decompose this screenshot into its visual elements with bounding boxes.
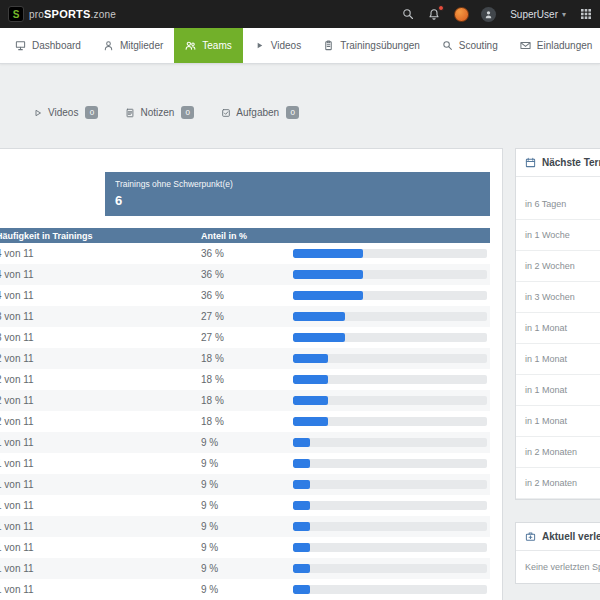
bar-track — [293, 543, 487, 552]
table-row: 4 von 1136 % — [0, 285, 490, 306]
table-row: 1 von 119 % — [0, 453, 490, 474]
bar-track — [293, 459, 487, 468]
calendar-icon — [525, 157, 536, 168]
notes-icon — [125, 108, 135, 118]
table-row: 3 von 1127 % — [0, 327, 490, 348]
apps-grid-icon[interactable] — [580, 8, 592, 20]
injured-header: Aktuell verletzte Spieler — [516, 523, 600, 551]
bar-fill — [293, 354, 328, 363]
share-cell: 18 % — [193, 374, 293, 385]
table-row: 2 von 1118 % — [0, 369, 490, 390]
logo[interactable]: S proSPORTS.zone — [8, 6, 116, 22]
termin-row[interactable]: in 1 Monat — [516, 313, 600, 344]
nav-item-scouting[interactable]: Scouting — [431, 28, 509, 63]
tab-count-badge: 0 — [286, 106, 299, 119]
share-cell: 18 % — [193, 416, 293, 427]
nav-item-videos[interactable]: Videos — [243, 28, 312, 63]
bar-track — [293, 249, 487, 258]
user-icon[interactable] — [481, 7, 496, 22]
nav-item-trainingsübungen[interactable]: Trainingsübungen — [312, 28, 431, 63]
logo-icon: S — [8, 6, 24, 22]
nav-item-dashboard[interactable]: Dashboard — [4, 28, 92, 63]
termin-row[interactable]: in 2 Wochen — [516, 251, 600, 282]
bar-track — [293, 585, 487, 594]
bar-track — [293, 396, 487, 405]
member-icon — [103, 40, 114, 51]
bar-fill — [293, 291, 363, 300]
share-cell: 18 % — [193, 395, 293, 406]
training-icon — [323, 40, 334, 51]
share-cell: 36 % — [193, 248, 293, 259]
video-tab-icon — [33, 108, 43, 118]
frequency-cell: 1 von 11 — [0, 500, 193, 511]
bar-fill — [293, 480, 310, 489]
search-icon[interactable] — [402, 8, 414, 20]
termin-row[interactable]: in 1 Monat — [516, 344, 600, 375]
bar-fill — [293, 396, 328, 405]
termin-row[interactable]: in 1 Monat — [516, 406, 600, 437]
table-row: 4 von 1136 % — [0, 243, 490, 264]
user-menu[interactable]: SuperUser ▾ — [510, 9, 566, 20]
table-row: 1 von 119 % — [0, 432, 490, 453]
appointments-title: Nächste Termine — [542, 157, 600, 168]
bar-fill — [293, 543, 310, 552]
table-header: Häufigkeit in Trainings Anteil in % — [0, 228, 490, 243]
username: SuperUser — [510, 9, 558, 20]
table-row: 1 von 119 % — [0, 495, 490, 516]
table-row: 2 von 1118 % — [0, 348, 490, 369]
bar-fill — [293, 501, 310, 510]
dashboard-icon — [15, 40, 26, 51]
frequency-cell: 1 von 11 — [0, 563, 193, 574]
table-row: 1 von 119 % — [0, 558, 490, 579]
videos-icon — [254, 40, 265, 51]
nav-item-label: Trainingsübungen — [340, 40, 420, 51]
logo-text: proSPORTS.zone — [29, 8, 116, 20]
bar-fill — [293, 522, 310, 531]
tab-videos[interactable]: Videos0 — [33, 106, 98, 119]
termin-row[interactable]: in 2 Monaten — [516, 437, 600, 468]
termin-row[interactable]: in 3 Wochen — [516, 282, 600, 313]
content-tabs: Videos0Notizen0Aufgaben0 — [33, 106, 299, 119]
stat-row: Trainings ohne Schwerpunkt(e) 6 — [0, 172, 490, 216]
bar-fill — [293, 375, 328, 384]
share-cell: 36 % — [193, 269, 293, 280]
table-row: 1 von 119 % — [0, 537, 490, 558]
nav-item-mitglieder[interactable]: Mitglieder — [92, 28, 174, 63]
termin-row[interactable]: in 1 Woche — [516, 220, 600, 251]
share-cell: 36 % — [193, 290, 293, 301]
bar-fill — [293, 417, 328, 426]
tab-label: Aufgaben — [236, 107, 279, 118]
termin-row[interactable]: in 1 Monat — [516, 375, 600, 406]
bar-track — [293, 438, 487, 447]
appointments-card: Nächste Termine in 6 Tagenin 1 Wochein 2… — [515, 148, 600, 500]
frequency-cell: 2 von 11 — [0, 353, 193, 364]
tab-label: Videos — [48, 107, 78, 118]
tab-aufgaben[interactable]: Aufgaben0 — [221, 106, 299, 119]
bar-fill — [293, 564, 310, 573]
bar-track — [293, 480, 487, 489]
avatar[interactable] — [454, 7, 469, 22]
frequency-cell: 2 von 11 — [0, 374, 193, 385]
frequency-cell: 3 von 11 — [0, 311, 193, 322]
termin-row[interactable]: in 2 Monaten — [516, 468, 600, 499]
tab-label: Notizen — [140, 107, 174, 118]
table-row: 1 von 119 % — [0, 579, 490, 600]
bar-fill — [293, 438, 310, 447]
frequency-cell: 1 von 11 — [0, 521, 193, 532]
share-cell: 9 % — [193, 500, 293, 511]
tab-count-badge: 0 — [181, 106, 194, 119]
col-header-frequency: Häufigkeit in Trainings — [0, 231, 193, 241]
frequency-cell: 2 von 11 — [0, 416, 193, 427]
tab-notizen[interactable]: Notizen0 — [125, 106, 194, 119]
nav-item-einladungen[interactable]: Einladungen — [509, 28, 600, 63]
termin-row[interactable]: in 6 Tagen — [516, 189, 600, 220]
frequency-cell: 2 von 11 — [0, 395, 193, 406]
nav-item-label: Einladungen — [537, 40, 593, 51]
nav-item-teams[interactable]: Teams — [174, 28, 242, 63]
bell-icon[interactable] — [428, 8, 440, 20]
bar-fill — [293, 312, 345, 321]
training-focus-card: Trainings ohne Schwerpunkt(e) 6 Häufigke… — [0, 148, 503, 600]
bar-track — [293, 270, 487, 279]
notification-dot — [438, 5, 444, 11]
stat-cell-hidden — [0, 172, 105, 216]
